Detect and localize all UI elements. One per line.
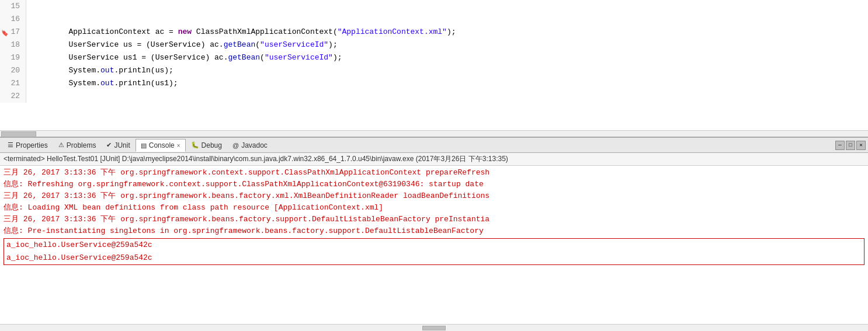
line-content: UserService us1 = (UserService) ac.getBe… — [26, 51, 342, 64]
tab-junit[interactable]: ✔JUnit — [101, 139, 135, 152]
close-panel-button[interactable]: ✕ — [856, 141, 866, 150]
tab-console[interactable]: ▤Console× — [136, 139, 186, 152]
console-scroll-thumb[interactable] — [422, 326, 446, 330]
console-tab-close[interactable]: × — [177, 142, 180, 149]
properties-tab-icon: ☰ — [8, 141, 13, 149]
console-line: a_ioc_hello.UserService@259a542c — [4, 239, 864, 252]
code-line: 20 System.out.println(us); — [0, 64, 868, 77]
line-number: 19 — [0, 51, 26, 64]
code-line: 15 — [0, 0, 868, 13]
console-tab-label: Console — [149, 141, 175, 149]
horizontal-scrollbar[interactable] — [0, 130, 868, 137]
tab-problems[interactable]: ⚠Problems — [53, 139, 102, 152]
line-number: 22 — [0, 90, 26, 103]
console-output: 三月 26, 2017 3:13:36 下午 org.springframewo… — [0, 166, 868, 324]
console-bordered-group: a_ioc_hello.UserService@259a542ca_ioc_he… — [4, 238, 864, 265]
code-line: 21 System.out.println(us1); — [0, 77, 868, 90]
tab-properties[interactable]: ☰Properties — [2, 139, 53, 152]
tab-bar: ☰Properties⚠Problems✔JUnit▤Console×🐛Debu… — [0, 138, 868, 153]
code-lines: 15 16 17 ApplicationContext ac = new Cla… — [0, 0, 868, 130]
console-line: a_ioc_hello.UserService@259a542c — [4, 252, 864, 264]
line-number: 15 — [0, 0, 26, 13]
scrollbar-thumb[interactable] — [1, 131, 36, 137]
line-number: 17 — [0, 26, 26, 39]
line-number: 18 — [0, 39, 26, 51]
line-content — [26, 13, 37, 26]
line-content — [26, 0, 37, 13]
javadoc-tab-label: Javadoc — [241, 141, 268, 149]
console-line: 信息: Loading XML bean definitions from cl… — [0, 202, 868, 214]
line-content — [26, 90, 37, 103]
tab-debug[interactable]: 🐛Debug — [186, 139, 227, 152]
problems-tab-icon: ⚠ — [58, 141, 64, 149]
properties-tab-label: Properties — [16, 141, 48, 149]
terminated-status: <terminated> HelloTest.Test01 [JUnit] D:… — [0, 153, 868, 166]
tab-javadoc[interactable]: @Javadoc — [227, 139, 273, 152]
debug-tab-label: Debug — [202, 141, 222, 149]
console-line: 信息: Pre-instantiating singletons in org.… — [0, 225, 868, 237]
line-content: System.out.println(us); — [26, 64, 173, 77]
line-content: System.out.println(us1); — [26, 77, 178, 90]
code-line: 16 — [0, 13, 868, 26]
problems-tab-label: Problems — [67, 141, 96, 149]
debug-tab-icon: 🐛 — [191, 141, 199, 149]
maximize-panel-button[interactable]: □ — [846, 141, 855, 150]
code-line: 22 — [0, 90, 868, 103]
javadoc-tab-icon: @ — [232, 142, 239, 149]
console-line: 三月 26, 2017 3:13:36 下午 org.springframewo… — [0, 167, 868, 179]
console-line: 三月 26, 2017 3:13:36 下午 org.springframewo… — [0, 190, 868, 202]
line-number: 16 — [0, 13, 26, 26]
code-line: 17 ApplicationContext ac = new ClassPath… — [0, 26, 868, 39]
console-line: 三月 26, 2017 3:13:36 下午 org.springframewo… — [0, 214, 868, 225]
tab-controls: — □ ✕ — [835, 141, 866, 150]
code-line: 18 UserService us = (UserService) ac.get… — [0, 39, 868, 51]
console-line: 信息: Refreshing org.springframework.conte… — [0, 179, 868, 190]
line-number: 20 — [0, 64, 26, 77]
junit-tab-icon: ✔ — [106, 141, 112, 149]
console-scrollbar[interactable] — [0, 324, 868, 331]
code-editor: 15 16 17 ApplicationContext ac = new Cla… — [0, 0, 868, 137]
line-content: ApplicationContext ac = new ClassPathXml… — [26, 26, 456, 39]
console-tab-icon: ▤ — [141, 142, 147, 149]
bottom-panel: ☰Properties⚠Problems✔JUnit▤Console×🐛Debu… — [0, 137, 868, 331]
line-content: UserService us = (UserService) ac.getBea… — [26, 39, 338, 51]
junit-tab-label: JUnit — [114, 141, 130, 149]
code-line: 19 UserService us1 = (UserService) ac.ge… — [0, 51, 868, 64]
line-number: 21 — [0, 77, 26, 90]
minimize-panel-button[interactable]: — — [835, 141, 845, 150]
